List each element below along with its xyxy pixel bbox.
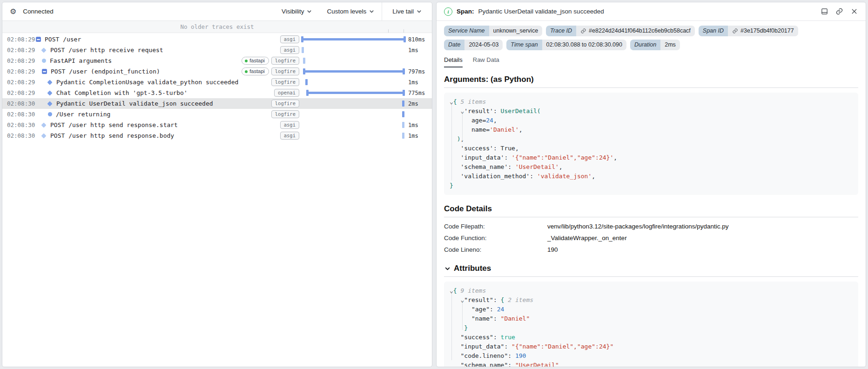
chevron-down-icon [417, 9, 422, 14]
logfire-live-view: ⚙ Connected Visibility Custom levels Liv… [0, 0, 868, 369]
code-details-section-title: Code Details [444, 204, 858, 214]
link-icon [580, 28, 586, 34]
no-older-traces-text: No older traces exist [180, 23, 254, 30]
trace-row[interactable]: 02:08:29Pydantic CompletionUsage validat… [2, 77, 432, 87]
detail-tabs: Details Raw Data [444, 56, 858, 67]
timeline-tick [388, 29, 389, 33]
attributes-json-block: ⌄{ 9 items ⌄"result": { 2 items "age": 2… [444, 282, 858, 367]
trace-duration: 810ms [405, 36, 431, 43]
trace-row[interactable]: 02:08:30POST /user http send response.st… [2, 120, 432, 130]
badge-asgi: asgi [280, 35, 299, 43]
meta-value: #3e175db4f0b20177 [728, 26, 798, 36]
visibility-dropdown[interactable]: Visibility [274, 2, 320, 20]
duration-bar [302, 34, 405, 45]
trace-timestamp: 02:08:29 [7, 36, 34, 43]
diamond-icon [41, 122, 46, 127]
connection-status: Connected [23, 8, 53, 15]
code-filepath-label: Code Filepath: [444, 222, 547, 231]
duration-bar [302, 130, 405, 141]
trace-row[interactable]: 02:08:29POST /user (endpoint_function)fa… [2, 66, 432, 77]
copy-link-icon[interactable] [835, 7, 843, 15]
badge-fastapi: fastapi [242, 67, 269, 75]
trace-label: POST /user [45, 36, 81, 43]
trace-timestamp: 02:08:29 [7, 47, 34, 54]
duration-bar [302, 120, 405, 130]
trace-timestamp: 02:08:29 [7, 89, 34, 96]
arguments-code[interactable]: ⌄{ 5 items ⌄'result': UserDetail( age=24… [450, 97, 853, 190]
trace-badges: asgi [280, 35, 302, 43]
span-id-value: #3e175db4f0b20177 [740, 27, 794, 35]
attributes-section-title[interactable]: Attributes [444, 264, 858, 273]
badge-logfire: logfire [271, 100, 299, 107]
trace-row[interactable]: 02:08:29Chat Completion with 'gpt-3.5-tu… [2, 87, 432, 98]
trace-badges: logfire [271, 100, 302, 107]
link-icon [732, 28, 738, 34]
chevron-down-icon [307, 9, 312, 14]
visibility-label: Visibility [282, 8, 304, 15]
badge-logfire: logfire [271, 78, 299, 86]
badge-asgi: asgi [280, 132, 299, 140]
circle-icon [48, 112, 52, 116]
settings-gear-icon[interactable]: ⚙ [10, 8, 16, 15]
meta-service-name: Service Name unknown_service [444, 26, 542, 36]
live-tail-dropdown[interactable]: Live tail [382, 2, 432, 20]
diamond-icon [47, 101, 52, 106]
diamond-icon [41, 47, 46, 53]
attributes-code[interactable]: ⌄{ 9 items ⌄"result": { 2 items "age": 2… [450, 286, 853, 367]
trace-duration: 775ms [405, 90, 431, 96]
meta-label: Date [444, 40, 464, 50]
diamond-icon [47, 80, 52, 85]
chevron-down-icon[interactable] [444, 265, 451, 272]
trace-badges: logfire [271, 78, 302, 86]
trace-timestamp: 02:08:30 [7, 100, 34, 107]
trace-duration: 1ms [405, 79, 431, 86]
custom-levels-dropdown[interactable]: Custom levels [319, 2, 382, 20]
tab-raw-data[interactable]: Raw Data [473, 56, 499, 67]
close-icon[interactable] [850, 7, 858, 15]
trace-row[interactable]: 02:08:30/User returninglogfire [2, 109, 432, 120]
tab-details[interactable]: Details [444, 56, 463, 67]
trace-label: Pydantic UserDetail validate_json succee… [56, 100, 213, 107]
trace-row[interactable]: 02:08:29POST /userasgi810ms [2, 34, 432, 45]
trace-row[interactable]: 02:08:29POST /user http receive requesta… [2, 45, 432, 55]
meta-label: Service Name [444, 26, 489, 36]
trace-row[interactable]: 02:08:29FastAPI argumentsfastapilogfire [2, 55, 432, 66]
code-function-value: _ValidateWrapper._on_enter [547, 234, 858, 243]
divider [444, 87, 858, 88]
trace-panel: ⚙ Connected Visibility Custom levels Liv… [2, 2, 432, 367]
meta-label: Span ID [699, 26, 728, 36]
span-meta: Service Name unknown_service Trace ID #e… [444, 26, 858, 50]
trace-label: POST /user http receive request [50, 47, 163, 54]
trace-id-value: #e8224d24d41f064b112c6eb9cb58cacf [589, 27, 691, 35]
meta-label: Duration [630, 40, 660, 50]
trace-duration: 797ms [405, 68, 431, 75]
badge-logfire: logfire [271, 67, 299, 75]
green-dot-icon [245, 60, 248, 62]
meta-time-span: Time span 02:08:30.088 to 02:08:30.090 [506, 40, 626, 50]
duration-bar [302, 87, 405, 98]
meta-value: 2024-05-03 [464, 40, 503, 50]
trace-row[interactable]: 02:08:30POST /user http send response.bo… [2, 130, 432, 141]
meta-span-id[interactable]: Span ID #3e175db4f0b20177 [699, 26, 798, 36]
meta-trace-id[interactable]: Trace ID #e8224d24d41f064b112c6eb9cb58ca… [546, 26, 695, 36]
circle-icon [42, 59, 46, 63]
span-detail-panel: i Span: Pydantic UserDetail validate_jso… [436, 2, 866, 367]
trace-label: Chat Completion with 'gpt-3.5-turbo' [56, 89, 188, 96]
trace-label: POST /user (endpoint_function) [51, 68, 160, 75]
arguments-python-block: ⌄{ 5 items ⌄'result': UserDetail( age=24… [444, 93, 858, 195]
badge-logfire: logfire [271, 57, 299, 65]
meta-value: unknown_service [489, 26, 543, 36]
custom-levels-label: Custom levels [327, 8, 366, 15]
duration-bar [302, 45, 405, 55]
trace-row[interactable]: 02:08:30Pydantic UserDetail validate_jso… [2, 98, 432, 109]
span-title: Pydantic UserDetail validate_json succee… [478, 8, 604, 15]
dock-panel-icon[interactable] [821, 7, 828, 15]
span-detail-body: Service Name unknown_service Trace ID #e… [437, 21, 866, 367]
code-lineno-label: Code Lineno: [444, 245, 547, 255]
trace-badges: openai [274, 89, 302, 97]
trace-timestamp: 02:08:30 [7, 111, 34, 118]
indent-guide [462, 114, 463, 141]
trace-badges: fastapilogfire [242, 67, 302, 75]
trace-list: 02:08:29POST /userasgi810ms02:08:29POST … [2, 33, 432, 141]
badge-logfire: logfire [271, 110, 299, 118]
